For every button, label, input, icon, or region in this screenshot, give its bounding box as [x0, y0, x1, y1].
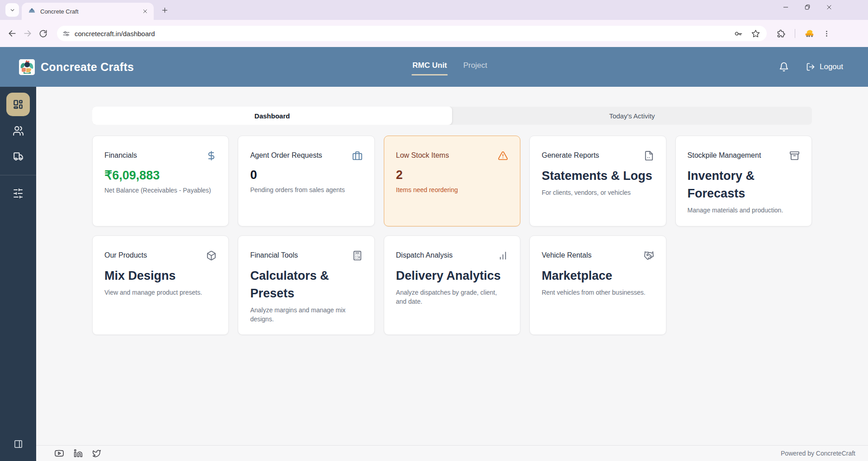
reload-button[interactable] — [35, 26, 51, 41]
card-value: ₹6,09,883 — [104, 168, 217, 183]
card-title: Low Stock Items — [396, 151, 449, 160]
extensions-button[interactable] — [773, 26, 788, 41]
sliders-icon — [13, 188, 24, 199]
browser-tab-title: Concrete Craft — [40, 8, 141, 15]
card-title: Dispatch Analysis — [396, 250, 453, 259]
back-button[interactable] — [5, 26, 20, 41]
linkedin-link[interactable] — [74, 449, 83, 458]
bookmark-button[interactable] — [751, 29, 760, 38]
restore-button[interactable] — [804, 4, 811, 10]
card-financials[interactable]: Financials ₹6,09,883 Net Balance (Receiv… — [92, 136, 229, 226]
close-window-button[interactable] — [826, 4, 832, 10]
card-heading: Mix Designs — [104, 267, 217, 285]
card-marketplace[interactable]: Vehicle Rentals Marketplace Rent vehicle… — [529, 235, 666, 335]
calculator-icon — [352, 250, 363, 261]
tab-search-button[interactable] — [5, 3, 19, 17]
card-title: Stockpile Management — [688, 151, 761, 160]
browser-menu-button[interactable] — [819, 26, 834, 41]
card-generate-reports[interactable]: Generate Reports Statements & Logs For c… — [529, 136, 666, 226]
card-agent-order-requests[interactable]: Agent Order Requests 0 Pending orders fr… — [238, 136, 374, 226]
close-icon — [142, 9, 148, 14]
main-area: Dashboard Today's Activity Financials ₹6… — [36, 87, 868, 461]
close-icon — [826, 4, 832, 10]
nav-item-rmc-unit[interactable]: RMC Unit — [411, 58, 448, 75]
reload-icon — [39, 29, 47, 38]
three-dot-menu-icon — [823, 30, 830, 38]
browser-toolbar: concretecraft.in/dashboard — [0, 20, 868, 47]
card-title: Vehicle Rentals — [542, 250, 591, 259]
notifications-button[interactable] — [779, 62, 789, 72]
new-tab-button[interactable] — [158, 4, 171, 16]
card-stockpile-management[interactable]: Stockpile Management Inventory & Forecas… — [675, 136, 812, 226]
card-delivery-analytics[interactable]: Dispatch Analysis Delivery Analytics Ana… — [384, 235, 520, 335]
forward-button[interactable] — [20, 26, 35, 41]
app-header: Concreate Crafts RMC Unit Project Logout — [0, 47, 868, 87]
card-heading: Delivery Analytics — [396, 267, 508, 285]
card-heading: Calculators & Presets — [250, 267, 362, 302]
minimize-button[interactable] — [783, 4, 789, 10]
card-title: Generate Reports — [542, 151, 599, 160]
toolbar-divider — [795, 29, 795, 38]
sidebar-item-logistics[interactable] — [8, 147, 28, 165]
star-icon — [751, 29, 760, 38]
mixer-truck-icon — [804, 28, 814, 38]
youtube-link[interactable] — [54, 448, 64, 458]
brand[interactable]: Concreate Crafts — [19, 59, 134, 75]
password-manager-button[interactable] — [734, 29, 743, 38]
site-settings-icon[interactable] — [62, 30, 70, 38]
nav-label: Project — [463, 61, 487, 70]
card-calculators-presets[interactable]: Financial Tools Calculators & Presets An… — [238, 235, 374, 335]
logout-label: Logout — [820, 62, 843, 71]
card-title: Financial Tools — [250, 250, 298, 259]
main-nav: RMC Unit Project — [411, 58, 488, 75]
tab-dashboard[interactable]: Dashboard — [92, 107, 452, 125]
view-switcher: Dashboard Today's Activity — [92, 107, 812, 125]
key-icon — [734, 29, 743, 38]
card-heading: Marketplace — [542, 267, 654, 285]
window-controls — [783, 4, 832, 10]
file-report-icon — [644, 151, 654, 161]
mixer-truck-extension-button[interactable] — [802, 26, 817, 41]
plus-icon — [161, 7, 168, 14]
url-text[interactable]: concretecraft.in/dashboard — [75, 30, 734, 38]
nav-label: RMC Unit — [412, 61, 447, 70]
browser-tab[interactable]: Concrete Craft — [22, 3, 154, 20]
browser-tabstrip: Concrete Craft — [0, 0, 868, 20]
minimize-icon — [783, 4, 789, 10]
dollar-sign-icon — [206, 151, 217, 161]
sidebar-collapse-button[interactable] — [8, 435, 28, 453]
card-desc: For clients, vendors, or vehicles — [542, 188, 654, 197]
chevron-down-icon — [9, 7, 15, 13]
alert-triangle-icon — [498, 151, 508, 161]
sidebar — [0, 87, 36, 461]
card-desc: Analyze dispatches by grade, client, and… — [396, 288, 508, 306]
panel-right-icon — [13, 439, 24, 449]
briefcase-icon — [352, 151, 363, 161]
nav-item-project[interactable]: Project — [462, 58, 488, 75]
card-title: Agent Order Requests — [250, 151, 322, 160]
url-bar[interactable]: concretecraft.in/dashboard — [57, 26, 767, 41]
card-low-stock-items[interactable]: Low Stock Items 2 Items need reordering — [384, 136, 520, 226]
sidebar-item-users[interactable] — [8, 122, 28, 140]
users-icon — [13, 125, 24, 136]
card-desc: Net Balance (Receivables - Payables) — [104, 186, 217, 195]
tab-todays-activity[interactable]: Today's Activity — [452, 107, 812, 125]
truck-icon — [13, 151, 24, 162]
tab-close-button[interactable] — [141, 7, 149, 15]
sidebar-item-settings[interactable] — [8, 184, 28, 202]
active-nav-underline — [411, 74, 448, 75]
arrow-left-icon — [8, 29, 17, 38]
card-desc: Items need reordering — [396, 185, 508, 194]
dashboard-grid-icon — [12, 99, 24, 110]
card-desc: View and manage product presets. — [104, 288, 217, 297]
logout-button[interactable]: Logout — [806, 62, 843, 71]
card-mix-designs[interactable]: Our Products Mix Designs View and manage… — [92, 235, 229, 335]
sidebar-item-dashboard[interactable] — [6, 93, 30, 116]
social-links — [54, 448, 101, 458]
bell-icon — [779, 62, 789, 72]
twitter-link[interactable] — [92, 449, 101, 458]
bar-chart-icon — [498, 250, 508, 261]
card-value: 2 — [396, 168, 508, 182]
card-heading: Inventory & Forecasts — [688, 167, 800, 202]
card-value: 0 — [250, 168, 362, 182]
